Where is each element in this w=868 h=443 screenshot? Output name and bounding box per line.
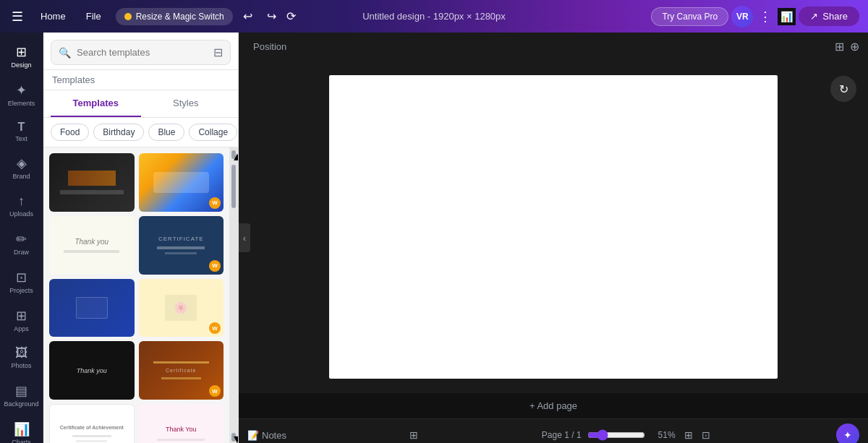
background-icon: ▤: [15, 383, 27, 399]
topbar: ☰ Home File Resize & Magic Switch ↩ ↪ ⟳ …: [0, 0, 868, 33]
share-button[interactable]: ↗ Share: [799, 7, 859, 26]
share-icon: ↗: [810, 11, 818, 22]
grid-view-button[interactable]: ⊞: [835, 40, 844, 53]
sidebar-item-text[interactable]: T Text: [3, 115, 41, 149]
icon-sidebar: ⊞ Design ✦ Elements T Text ◈ Brand ↑ Upl…: [0, 33, 43, 443]
template-preview: [49, 153, 135, 212]
notes-section: 📝 Notes: [247, 430, 286, 441]
tab-styles[interactable]: Styles: [141, 90, 231, 117]
sidebar-item-uploads-label: Uploads: [9, 210, 33, 218]
design-title: Untitled design - 1920px × 1280px: [362, 11, 506, 22]
add-section-button[interactable]: ⊕: [850, 40, 859, 53]
draw-icon: ✏: [16, 231, 27, 247]
menu-button[interactable]: ☰: [9, 6, 26, 27]
sidebar-item-apps[interactable]: ⊞ Apps: [3, 302, 41, 339]
redo-button[interactable]: ↪: [263, 7, 281, 26]
sidebar-item-charts-label: Charts: [12, 439, 31, 443]
stats-button[interactable]: 📊: [778, 8, 796, 25]
canvas-toolbar-right: ⊞ ⊕: [835, 40, 859, 53]
undo-button[interactable]: ↩: [239, 7, 257, 26]
template-preview: [49, 279, 135, 337]
add-page-bar: + Add page: [239, 393, 868, 418]
sidebar-item-background[interactable]: ▤ Background: [3, 377, 41, 414]
file-button[interactable]: File: [77, 7, 110, 26]
add-page-button[interactable]: + Add page: [529, 400, 577, 411]
position-button[interactable]: Position: [247, 38, 292, 55]
topbar-actions: Try Canva Pro VR ⋮ 📊 ↗ Share: [651, 6, 859, 27]
template-preview: Certificate of Achievement: [50, 405, 134, 443]
template-preview: Thank you: [49, 216, 135, 275]
share-label: Share: [822, 11, 848, 22]
sidebar-item-projects[interactable]: ⊡ Projects: [3, 264, 41, 301]
home-button[interactable]: Home: [32, 7, 75, 26]
template-card[interactable]: Thank you: [49, 216, 135, 275]
pro-badge: W: [209, 385, 221, 397]
magic-assistant-button[interactable]: ✦: [836, 423, 859, 443]
bottom-bar: 📝 Notes ⊞ Page 1 / 1 51% ⊞ ⊡ ✦: [239, 418, 868, 443]
photos-icon: 🖼: [15, 345, 28, 361]
sidebar-item-elements-label: Elements: [8, 100, 35, 108]
chip-blue[interactable]: Blue: [148, 124, 184, 141]
sidebar-item-design-label: Design: [11, 61, 31, 69]
avatar[interactable]: VR: [731, 6, 753, 27]
template-card[interactable]: 🌸 W: [139, 279, 224, 337]
template-card[interactable]: Thank You W: [139, 404, 224, 443]
template-card[interactable]: [49, 153, 135, 212]
collapse-panel-button[interactable]: ‹: [239, 223, 250, 252]
more-options-button[interactable]: ⋮: [756, 6, 775, 27]
try-pro-button[interactable]: Try Canva Pro: [651, 7, 728, 26]
canvas[interactable]: [329, 75, 778, 379]
panel-scrollbar[interactable]: ▲ ▼: [229, 147, 238, 443]
sidebar-item-design[interactable]: ⊞ Design: [3, 38, 41, 75]
template-card[interactable]: CERTIFICATE W: [139, 216, 224, 275]
chip-food[interactable]: Food: [51, 124, 89, 141]
magic-switch-button[interactable]: Resize & Magic Switch: [116, 8, 233, 25]
filter-button[interactable]: ⊟: [213, 46, 223, 59]
sidebar-item-brand[interactable]: ◈ Brand: [3, 150, 41, 186]
pro-badge: W: [209, 260, 221, 272]
search-bar: 🔍 ⊟: [51, 40, 231, 65]
sidebar-item-photos-label: Photos: [11, 362, 31, 370]
sidebar-item-text-label: Text: [15, 135, 27, 143]
scroll-thumb[interactable]: [231, 165, 236, 208]
chip-collage[interactable]: Collage: [189, 124, 237, 141]
zoom-slider[interactable]: [587, 429, 645, 441]
refresh-canvas-button[interactable]: ↻: [830, 76, 856, 102]
template-card[interactable]: W: [139, 153, 224, 212]
sidebar-item-elements[interactable]: ✦ Elements: [3, 77, 41, 113]
template-card[interactable]: Certificate W: [139, 341, 224, 400]
charts-icon: 📊: [14, 421, 30, 437]
topbar-nav: Home File: [32, 7, 110, 26]
refresh-button[interactable]: ⟳: [286, 9, 296, 23]
sidebar-item-uploads[interactable]: ↑ Uploads: [3, 188, 41, 224]
design-icon: ⊞: [16, 44, 27, 60]
tab-templates[interactable]: Templates: [51, 90, 141, 117]
sidebar-item-photos[interactable]: 🖼 Photos: [3, 340, 41, 376]
search-input[interactable]: [77, 47, 208, 58]
canvas-toolbar-left: Position: [247, 38, 292, 55]
brand-icon: ◈: [17, 155, 27, 171]
view-buttons: ⊞ ⊡: [681, 428, 713, 442]
elements-icon: ✦: [16, 82, 27, 98]
scroll-down-arrow[interactable]: ▼: [231, 433, 236, 442]
chip-birthday[interactable]: Birthday: [93, 124, 144, 141]
panel-scroll-area: W Thank you CERTIFICATE: [43, 147, 238, 443]
notes-icon: 📝: [247, 430, 259, 441]
page-indicator: Page 1 / 1: [542, 430, 582, 440]
sidebar-item-charts[interactable]: 📊 Charts: [3, 416, 41, 443]
main-layout: ⊞ Design ✦ Elements T Text ◈ Brand ↑ Upl…: [0, 33, 868, 443]
scroll-up-arrow[interactable]: ▲: [231, 150, 236, 159]
sidebar-item-draw[interactable]: ✏ Draw: [3, 225, 41, 262]
projects-icon: ⊡: [16, 270, 27, 285]
templates-scroll[interactable]: W Thank you CERTIFICATE: [43, 147, 229, 443]
tabs: Templates Styles: [43, 90, 238, 118]
notes-button[interactable]: 📝 Notes: [247, 430, 286, 441]
topbar-left: ☰ Home File Resize & Magic Switch ↩ ↪ ⟳: [9, 6, 296, 27]
template-card[interactable]: Certificate of Achievement: [49, 404, 135, 443]
notes-label: Notes: [262, 430, 286, 441]
template-card[interactable]: [49, 279, 135, 337]
grid-layout-button[interactable]: ⊞: [681, 428, 696, 442]
fit-button[interactable]: ⊡: [699, 428, 713, 442]
template-card[interactable]: Thank you: [49, 341, 135, 400]
expand-button[interactable]: ⊞: [409, 429, 418, 441]
